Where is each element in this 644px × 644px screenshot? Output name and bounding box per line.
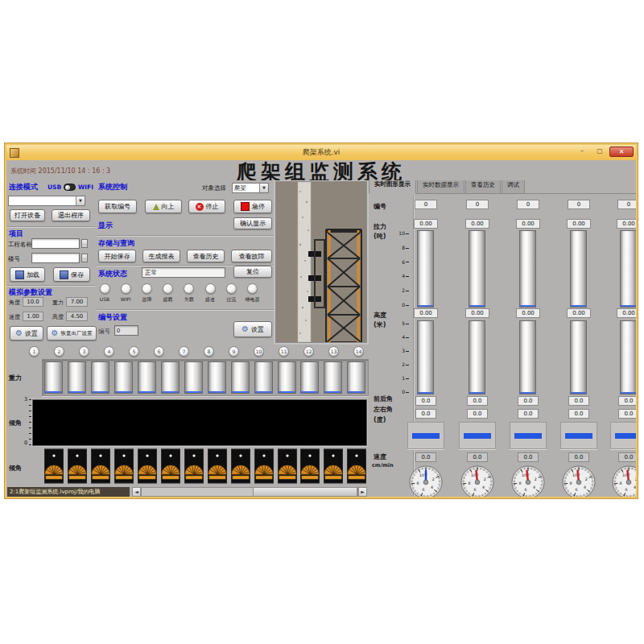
app-header: 系统时间 2015/11/10 14 : 16 : 3 爬架组监测系统 xyxy=(6,160,636,181)
scroll-left-button[interactable]: ◄ xyxy=(132,487,141,497)
roll-level-indicator xyxy=(610,422,636,449)
chevron-down-icon: ▼ xyxy=(76,196,85,205)
height-value: 0.00 xyxy=(465,308,489,318)
tab-2[interactable]: 查看历史 xyxy=(465,180,501,193)
tension-value: 0.00 xyxy=(516,219,540,229)
gear-icon: ⚙ xyxy=(52,329,59,337)
tension-tank xyxy=(469,230,485,308)
project-path[interactable]: 2:1爬架组监测系统.lvproj/我的电脑 xyxy=(7,487,130,497)
gear-icon: ⚙ xyxy=(242,325,249,333)
right-tab-bar: 实时图形显示实时数据显示查看历史调试 xyxy=(369,180,636,194)
gravity-tank xyxy=(184,361,203,394)
height-unit: (米) xyxy=(374,320,386,329)
tilt-indicator xyxy=(300,448,320,484)
channel-led: 6 xyxy=(154,346,164,357)
open-device-label: 打开设备 xyxy=(14,211,40,220)
tab-1[interactable]: 实时数据显示 xyxy=(417,180,464,193)
tilt-indicator xyxy=(324,448,343,484)
pitch-value: 0.0 xyxy=(518,396,539,406)
confirm-display-button[interactable]: 确认显示 xyxy=(233,217,272,229)
tension-label: 拉力 xyxy=(374,222,386,231)
get-number-button[interactable]: 获取编号 xyxy=(98,200,137,213)
tension-value: 0.00 xyxy=(414,219,438,229)
tab-0[interactable]: 实时图形显示 xyxy=(369,180,416,194)
speed-gauge: 0246810 xyxy=(562,465,596,497)
scroll-right-button[interactable]: ► xyxy=(358,487,367,497)
object-select-dropdown[interactable]: 爬架 ▼ xyxy=(232,183,269,193)
factory-reset-label: 恢复出厂设置 xyxy=(60,330,92,337)
gravity-tank xyxy=(278,361,296,394)
status-led xyxy=(247,283,258,294)
open-device-button[interactable]: 打开设备 xyxy=(10,209,45,221)
height-value: 0.00 xyxy=(567,308,591,318)
exit-program-label: 退出程序 xyxy=(58,211,84,220)
tab-3[interactable]: 调试 xyxy=(502,180,525,193)
minimize-button[interactable]: – xyxy=(574,147,590,157)
report-button[interactable]: 生成报表 xyxy=(142,250,180,262)
device-dropdown[interactable]: ▼ xyxy=(8,196,85,206)
estop-button[interactable]: 急停 xyxy=(233,200,272,213)
save-button[interactable]: 保存 xyxy=(53,267,90,282)
reset-button[interactable]: 复位 xyxy=(233,266,272,278)
browse-icon[interactable]: … xyxy=(81,239,88,248)
pitch-value: 0.0 xyxy=(415,396,436,406)
channel-led: 13 xyxy=(328,346,339,357)
scaffold-diagram-image xyxy=(276,182,366,342)
load-label: 加载 xyxy=(27,270,39,279)
project-name-input[interactable] xyxy=(31,238,80,249)
svg-text:6: 6 xyxy=(575,488,577,492)
estop-label: 急停 xyxy=(252,202,265,211)
height-label: 高度 xyxy=(374,311,386,320)
save-label: 保存 xyxy=(71,270,84,279)
stop-button[interactable]: ✕停止 xyxy=(188,200,225,213)
status-led xyxy=(100,283,110,294)
gravity-tank xyxy=(114,361,133,394)
fault-button[interactable]: 查看故障 xyxy=(231,250,272,262)
up-button[interactable]: 向上 xyxy=(145,200,182,213)
pitch-value: 0.0 xyxy=(618,396,636,406)
usb-wifi-toggle[interactable] xyxy=(64,184,76,191)
height-tank xyxy=(469,320,485,394)
maximize-button[interactable]: ▢ xyxy=(592,147,608,157)
divider xyxy=(413,196,415,497)
scale-tick: 5 xyxy=(402,320,409,326)
speed-unit: cm/min xyxy=(372,462,394,469)
system-control-label: 系统控制 xyxy=(98,182,127,192)
status-led xyxy=(142,283,152,294)
factory-reset-button[interactable]: ⚙恢复出厂设置 xyxy=(47,326,97,341)
param-value: 1.00 xyxy=(23,312,43,321)
scrollbar-thumb[interactable] xyxy=(253,487,357,497)
exit-program-button[interactable]: 退出程序 xyxy=(52,209,90,221)
svg-text:10: 10 xyxy=(522,473,526,477)
connect-mode-label: 连接模式 xyxy=(9,182,38,192)
tension-tank xyxy=(570,230,587,308)
sim-set-button[interactable]: ⚙设置 xyxy=(10,326,43,341)
status-led xyxy=(226,283,237,294)
history-button[interactable]: 查看历史 xyxy=(187,250,225,262)
tension-value: 0.00 xyxy=(465,219,489,229)
param-value: 7.00 xyxy=(66,297,88,307)
load-button[interactable]: 加载 xyxy=(10,267,45,282)
speed-gauge: 0246810 xyxy=(612,465,636,497)
number-input[interactable] xyxy=(114,325,138,336)
start-save-button[interactable]: 开始保存 xyxy=(98,250,136,262)
scale-tick: 8 xyxy=(402,245,409,250)
scale-tick: 2 xyxy=(402,361,409,367)
row-number-label: 编号 xyxy=(374,202,386,211)
tilt-graph-label: 倾角 xyxy=(9,419,22,427)
divider xyxy=(97,309,274,311)
number-set-button[interactable]: ⚙设置 xyxy=(233,321,272,337)
building-no-input[interactable] xyxy=(31,253,80,263)
gravity-tank xyxy=(231,361,250,394)
height-scale: 543210 xyxy=(396,320,411,394)
close-button[interactable]: ✕ xyxy=(609,147,634,157)
channel-led: 2 xyxy=(54,346,64,357)
divider xyxy=(6,285,95,287)
svg-text:4: 4 xyxy=(584,485,586,489)
gear-icon: ⚙ xyxy=(15,329,23,337)
channel-led: 7 xyxy=(179,346,189,357)
speed-gauge: 0246810 xyxy=(409,465,443,497)
svg-text:4: 4 xyxy=(431,485,433,489)
roll-level-bar xyxy=(464,433,491,439)
browse-icon[interactable]: … xyxy=(81,254,88,262)
